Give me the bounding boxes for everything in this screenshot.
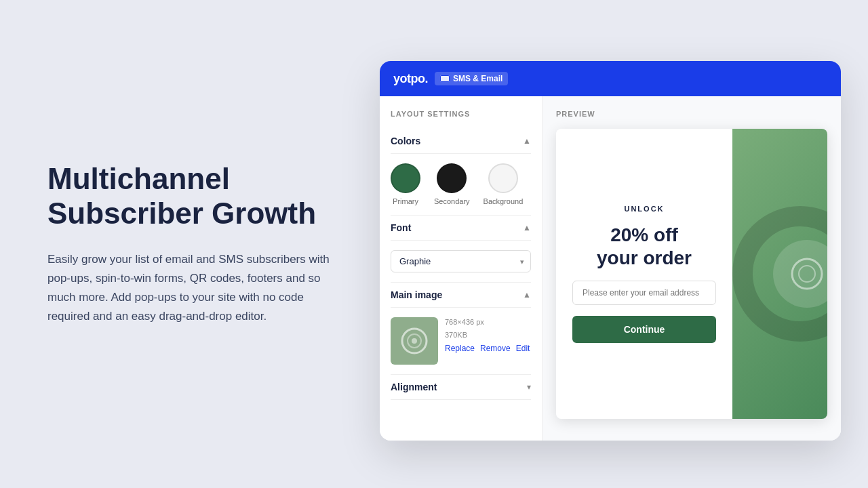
popup-white-section: UNLOCK 20% off your order Continue [556, 129, 732, 419]
right-section: yotpo. SMS & Email LAYOUT SETTINGS Color… [380, 0, 868, 488]
svg-point-6 [799, 266, 815, 282]
edit-image-link[interactable]: Edit [516, 344, 530, 353]
popup-continue-button[interactable]: Continue [572, 316, 716, 343]
browser-content: LAYOUT SETTINGS Colors ▲ Primary Se [380, 96, 841, 441]
alignment-label: Alignment [391, 382, 437, 392]
font-section-header[interactable]: Font ▲ [391, 216, 531, 241]
popup-discount-text: 20% off your order [597, 224, 692, 269]
sub-text: Easily grow your list of email and SMS s… [47, 250, 339, 326]
popup-unlock-text: UNLOCK [624, 205, 664, 213]
colors-label: Colors [391, 136, 420, 146]
main-image-label: Main image [391, 289, 442, 300]
color-item-primary: Primary [391, 163, 420, 205]
colors-section: Primary Secondary Background [391, 154, 531, 216]
main-image-chevron: ▲ [523, 290, 531, 300]
image-content: 768×436 px 370KB Replace Remove Edit [391, 317, 531, 365]
left-section: Multichannel Subscriber Growth Easily gr… [0, 121, 380, 366]
popup-email-input[interactable] [572, 281, 716, 305]
image-actions: Replace Remove Edit [445, 344, 530, 353]
primary-color-label: Primary [393, 197, 418, 205]
secondary-color-label: Secondary [434, 197, 470, 205]
main-image-section-header[interactable]: Main image ▲ [391, 283, 531, 308]
colors-section-header[interactable]: Colors ▲ [391, 129, 531, 154]
main-heading: Multichannel Subscriber Growth [47, 162, 339, 230]
layout-panel: LAYOUT SETTINGS Colors ▲ Primary Se [380, 96, 542, 441]
sms-badge: SMS & Email [435, 72, 508, 85]
colors-chevron: ▲ [523, 136, 531, 146]
popup-preview: UNLOCK 20% off your order Continue [556, 129, 827, 419]
browser-topbar: yotpo. SMS & Email [380, 61, 841, 96]
browser-window: yotpo. SMS & Email LAYOUT SETTINGS Color… [380, 61, 841, 441]
image-filesize: 370KB [445, 330, 530, 340]
background-color-swatch[interactable] [488, 163, 518, 193]
sms-badge-label: SMS & Email [453, 74, 502, 83]
image-section: 768×436 px 370KB Replace Remove Edit [391, 308, 531, 375]
font-select-wrapper: Graphie Arial Helvetica Georgia ▾ [391, 250, 531, 272]
secondary-color-swatch[interactable] [437, 163, 467, 193]
font-chevron: ▲ [523, 223, 531, 232]
font-label: Font [391, 222, 411, 233]
svg-point-4 [412, 338, 417, 344]
color-item-secondary: Secondary [434, 163, 470, 205]
replace-image-link[interactable]: Replace [445, 344, 475, 353]
sms-email-icon [440, 75, 450, 82]
background-color-label: Background [484, 197, 524, 205]
primary-color-swatch[interactable] [391, 163, 420, 193]
svg-rect-1 [441, 76, 449, 81]
alignment-chevron: ▾ [527, 382, 531, 392]
alignment-section-header[interactable]: Alignment ▾ [391, 375, 531, 400]
image-thumbnail [391, 317, 438, 365]
popup-green-section [732, 129, 827, 419]
yotpo-logo: yotpo. [393, 72, 428, 86]
color-swatches: Primary Secondary Background [391, 163, 531, 205]
color-item-background: Background [484, 163, 524, 205]
image-info: 768×436 px 370KB Replace Remove Edit [445, 317, 530, 353]
svg-point-5 [792, 259, 822, 289]
preview-area: PREVIEW UNLOCK 20% off your order Contin… [542, 96, 841, 441]
image-dimensions: 768×436 px [445, 317, 530, 327]
panel-title: LAYOUT SETTINGS [391, 110, 531, 118]
remove-image-link[interactable]: Remove [480, 344, 511, 353]
font-select[interactable]: Graphie Arial Helvetica Georgia [391, 250, 531, 272]
preview-label: PREVIEW [556, 110, 827, 118]
font-section: Graphie Arial Helvetica Georgia ▾ [391, 241, 531, 283]
